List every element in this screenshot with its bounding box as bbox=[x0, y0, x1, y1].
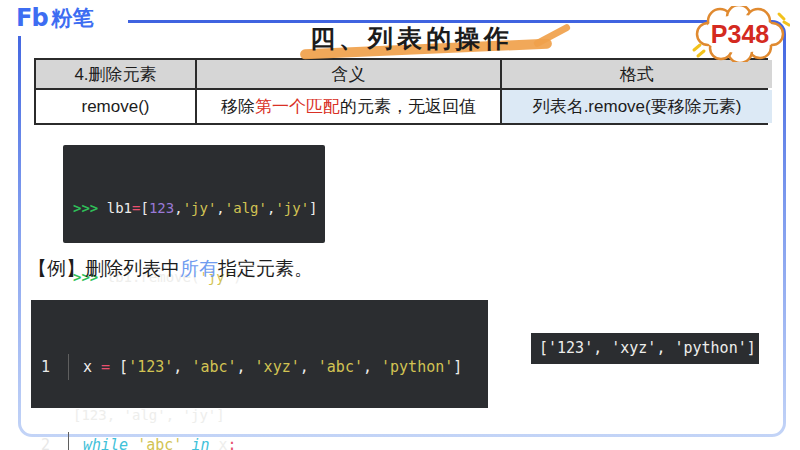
cloud-badge-icon: P348 bbox=[686, 6, 790, 62]
code-line: 2while 'abc' in x: bbox=[31, 432, 488, 450]
line-number: 1 bbox=[31, 354, 69, 380]
table-header-format: 格式 bbox=[502, 60, 772, 88]
table-cell-format: 列表名.remove(要移除元素) bbox=[502, 90, 772, 123]
fenbi-logo: Fb 粉笔 bbox=[16, 0, 128, 36]
fenbi-logo-text: 粉笔 bbox=[52, 4, 94, 32]
table-cell-meaning: 移除第一个匹配的元素，无返回值 bbox=[197, 90, 500, 123]
code-line-text: x = ['123', 'abc', 'xyz', 'abc', 'python… bbox=[83, 354, 462, 380]
table-cell-method: remove() bbox=[36, 90, 195, 123]
code-line: 1x = ['123', 'abc', 'xyz', 'abc', 'pytho… bbox=[31, 354, 488, 380]
code-line-text: while 'abc' in x: bbox=[83, 432, 237, 450]
example-heading: 【例】删除列表中所有指定元素。 bbox=[28, 256, 313, 282]
repl-code-block: >>> lb1=[123,'jy','alg','jy'] >>> lb1.re… bbox=[63, 145, 325, 243]
table-header-method: 4.删除元素 bbox=[36, 60, 195, 88]
page-title: 四、列表的操作 bbox=[310, 22, 513, 55]
fenbi-logo-icon: Fb bbox=[16, 4, 48, 32]
remove-method-table: 4.删除元素 含义 格式 remove() 移除第一个匹配的元素，无返回值 列表… bbox=[34, 58, 768, 125]
page-number-text: P348 bbox=[711, 20, 769, 48]
line-number: 2 bbox=[31, 432, 69, 450]
meaning-prefix: 移除 bbox=[221, 95, 255, 118]
meaning-suffix: 的元素，无返回值 bbox=[340, 95, 476, 118]
program-code-block: 1x = ['123', 'abc', 'xyz', 'abc', 'pytho… bbox=[31, 300, 488, 408]
program-output-box: ['123', 'xyz', 'python'] bbox=[531, 333, 759, 364]
page-number-badge: P348 bbox=[686, 6, 790, 62]
example-prefix: 【例】删除列表中 bbox=[28, 258, 180, 279]
title-highlight-stroke-tail bbox=[533, 23, 572, 48]
table-header-meaning: 含义 bbox=[197, 60, 500, 88]
example-highlight: 所有 bbox=[180, 258, 218, 279]
example-suffix: 指定元素。 bbox=[218, 258, 313, 279]
repl-line: >>> lb1=[123,'jy','alg','jy'] bbox=[73, 197, 317, 220]
slide-title-wrap: 四、列表的操作 bbox=[300, 22, 580, 60]
meaning-highlight: 第一个匹配 bbox=[255, 95, 340, 118]
